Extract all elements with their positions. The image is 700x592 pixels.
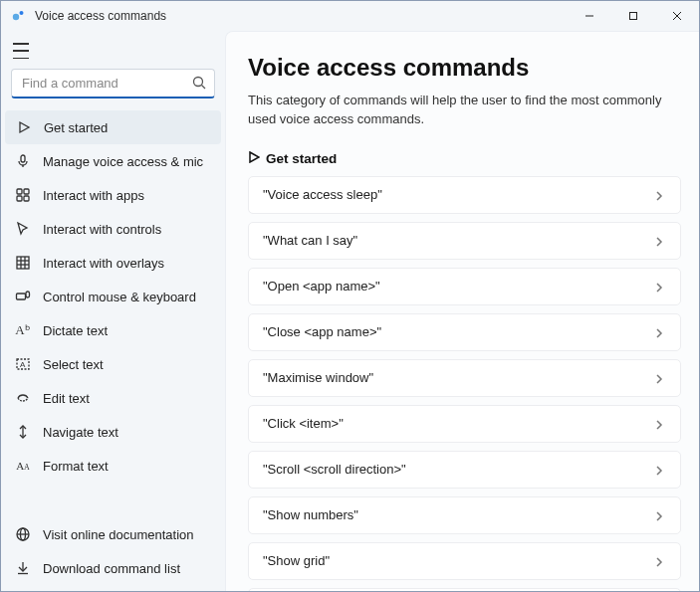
command-row[interactable]: "What can I say" <box>248 222 681 260</box>
command-list: "Voice access sleep""What can I say""Ope… <box>248 176 681 591</box>
nav-label: Get started <box>44 120 108 135</box>
svg-text:A: A <box>20 360 26 369</box>
section-header: Get started <box>248 151 681 166</box>
nav-item-get-started[interactable]: Get started <box>5 110 221 144</box>
svg-rect-20 <box>17 294 26 299</box>
mouse-keyboard-icon <box>15 289 31 304</box>
svg-rect-14 <box>24 196 29 201</box>
command-text: "What can I say" <box>263 233 357 248</box>
close-button[interactable] <box>655 1 699 31</box>
svg-point-6 <box>194 78 203 87</box>
titlebar: Voice access commands <box>1 1 699 31</box>
svg-rect-11 <box>17 189 22 194</box>
nav-label: Control mouse & keyboard <box>43 290 196 304</box>
nav-item-format-text[interactable]: AA Format text <box>1 449 225 483</box>
svg-point-0 <box>13 14 19 20</box>
nav-label: Edit text <box>43 391 90 406</box>
svg-point-1 <box>20 11 24 15</box>
command-row[interactable]: "Show grid" <box>248 542 681 580</box>
nav-label: Manage voice access & mic <box>43 154 203 169</box>
cursor-icon <box>15 221 31 237</box>
minimize-button[interactable] <box>568 1 611 31</box>
download-icon <box>15 560 31 576</box>
command-text: "Open <app name>" <box>263 279 380 294</box>
nav-item-edit-text[interactable]: Edit text <box>1 381 225 415</box>
nav-item-interact-apps[interactable]: Interact with apps <box>1 178 225 212</box>
command-row[interactable]: "Click <item>" <box>248 405 681 443</box>
page-title: Voice access commands <box>248 54 681 82</box>
svg-rect-13 <box>17 196 22 201</box>
command-text: "Voice access sleep" <box>263 187 382 202</box>
svg-marker-8 <box>20 122 29 132</box>
command-row[interactable]: "Voice access sleep" <box>248 176 681 214</box>
nav-label: Interact with apps <box>43 188 144 203</box>
chevron-right-icon <box>654 189 666 201</box>
main-content: Voice access commands This category of c… <box>225 31 699 591</box>
svg-rect-12 <box>24 189 29 194</box>
select-text-icon: A <box>15 356 31 372</box>
nav-item-interact-overlays[interactable]: Interact with overlays <box>1 246 225 280</box>
command-row[interactable]: "Cancel" <box>248 588 681 591</box>
nav-item-navigate-text[interactable]: Navigate text <box>1 415 225 449</box>
svg-rect-21 <box>26 292 30 297</box>
svg-rect-3 <box>630 13 637 20</box>
nav-item-interact-controls[interactable]: Interact with controls <box>1 212 225 246</box>
grid-icon <box>15 255 31 271</box>
nav-label: Interact with controls <box>43 222 161 237</box>
command-text: "Show grid" <box>263 553 330 568</box>
section-title: Get started <box>266 151 337 166</box>
nav-label: Visit online documentation <box>43 527 194 542</box>
chevron-right-icon <box>654 281 666 293</box>
bottom-nav: Visit online documentation Download comm… <box>1 517 225 585</box>
nav-list: Get started Manage voice access & mic In… <box>1 110 225 517</box>
chevron-right-icon <box>654 326 666 338</box>
play-outline-icon <box>16 119 32 135</box>
command-row[interactable]: "Show numbers" <box>248 496 681 534</box>
command-row[interactable]: "Scroll <scroll direction>" <box>248 451 681 489</box>
apps-icon <box>15 187 31 203</box>
sidebar: Get started Manage voice access & mic In… <box>1 31 225 591</box>
command-row[interactable]: "Maximise window" <box>248 359 681 397</box>
search-icon <box>191 75 207 91</box>
svg-rect-15 <box>17 257 29 269</box>
nav-label: Format text <box>43 459 109 474</box>
command-row[interactable]: "Close <app name>" <box>248 313 681 351</box>
svg-line-7 <box>202 86 206 90</box>
command-text: "Maximise window" <box>263 370 373 385</box>
chevron-right-icon <box>654 464 666 476</box>
svg-rect-9 <box>21 155 25 162</box>
dictate-icon: Aᵇ <box>15 322 31 338</box>
command-row[interactable]: "Open <app name>" <box>248 268 681 305</box>
nav-label: Select text <box>43 357 104 372</box>
chevron-right-icon <box>654 555 666 567</box>
search-input[interactable] <box>11 69 215 99</box>
chevron-right-icon <box>654 418 666 430</box>
hamburger-menu-icon[interactable] <box>13 43 33 59</box>
play-outline-icon <box>248 151 260 166</box>
command-text: "Scroll <scroll direction>" <box>263 462 406 477</box>
search-field[interactable] <box>11 69 215 99</box>
nav-item-download-list[interactable]: Download command list <box>1 551 225 585</box>
nav-label: Navigate text <box>43 425 118 440</box>
svg-marker-30 <box>250 152 259 162</box>
window-title: Voice access commands <box>35 9 568 23</box>
command-text: "Click <item>" <box>263 416 344 431</box>
nav-label: Interact with overlays <box>43 256 164 271</box>
nav-item-manage-voice[interactable]: Manage voice access & mic <box>1 144 225 178</box>
page-description: This category of commands will help the … <box>248 92 681 129</box>
command-text: "Show numbers" <box>263 507 358 522</box>
command-text: "Close <app name>" <box>263 324 381 339</box>
format-icon: AA <box>15 458 31 474</box>
chevron-right-icon <box>654 235 666 247</box>
maximize-button[interactable] <box>611 1 655 31</box>
nav-label: Dictate text <box>43 323 108 338</box>
chevron-right-icon <box>654 372 666 384</box>
nav-item-dictate-text[interactable]: Aᵇ Dictate text <box>1 313 225 347</box>
nav-item-select-text[interactable]: A Select text <box>1 347 225 381</box>
chevron-right-icon <box>654 509 666 521</box>
globe-icon <box>15 526 31 542</box>
nav-label: Download command list <box>43 561 180 576</box>
nav-item-control-mouse[interactable]: Control mouse & keyboard <box>1 280 225 313</box>
nav-item-online-docs[interactable]: Visit online documentation <box>1 517 225 551</box>
edit-icon <box>15 390 31 406</box>
